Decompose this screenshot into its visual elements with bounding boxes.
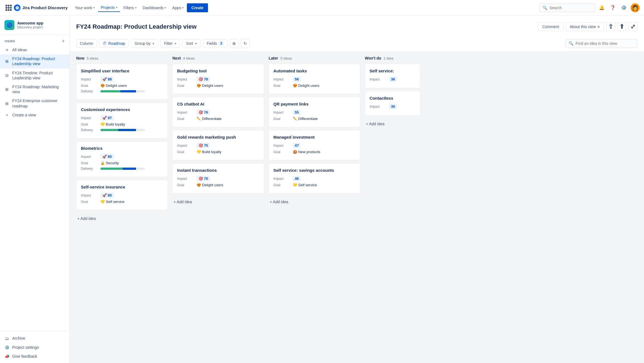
column-button[interactable]: Column — [76, 40, 97, 47]
add-view-button[interactable]: + — [62, 39, 65, 44]
nav-filters[interactable]: Filters ▾ — [121, 4, 139, 12]
table-row[interactable]: Self service: savings accountsImpact46Go… — [269, 163, 360, 193]
avatar[interactable]: 👩 — [631, 3, 640, 12]
impact-label: Impact — [370, 105, 389, 109]
chevron-down-icon: ▾ — [116, 6, 117, 9]
sidebar-item-fy24-enterprise[interactable]: ⊞ FY24 Enterprise customer roadmap — [0, 96, 69, 110]
toolbar: Column ⏱ Roadmap Group by + Filter + Sor… — [70, 36, 644, 51]
share-button[interactable]: ⇧ — [606, 22, 615, 31]
column-count: 5 ideas — [280, 56, 292, 60]
find-icon: 🔍 — [569, 41, 573, 46]
table-row[interactable]: CS chatbot AIImpact🎯 76Goal✏️ Differenti… — [172, 97, 264, 127]
sidebar-item-feedback[interactable]: 📣 Give feedback — [0, 352, 69, 361]
table-row[interactable]: Instant transactionsImpact🎯 70Goal😍 Deli… — [172, 163, 264, 193]
sort-button[interactable]: Sort + — [182, 40, 201, 47]
add-idea-button-3[interactable]: + Add idea — [365, 119, 420, 128]
plus-icon3: + — [174, 41, 177, 46]
search-input[interactable] — [549, 6, 592, 10]
export-button[interactable]: ⬆ — [617, 22, 626, 31]
card-goal-field: Goal💛 Self service — [273, 183, 356, 187]
list-icon: ≡ — [4, 47, 9, 52]
add-idea-button-2[interactable]: + Add idea — [269, 197, 360, 206]
create-button[interactable]: Create — [187, 3, 208, 12]
board-column-0: Now5 ideasSimplified user interfaceImpac… — [76, 56, 168, 359]
chevron-down-icon: ▾ — [135, 6, 137, 9]
add-idea-button-1[interactable]: + Add idea — [172, 197, 264, 206]
card-goal-field: Goal💛 Self service — [81, 200, 163, 204]
views-section: VIEWS + ≡ All ideas ⊞ FY24 Roadmap: Prod… — [0, 35, 69, 122]
impact-value: 55 — [293, 110, 301, 115]
roadmap-button[interactable]: ⏱ Roadmap — [99, 40, 129, 47]
app-switcher-icon[interactable] — [4, 4, 13, 12]
column-label: Next — [172, 56, 181, 60]
goal-label: Goal — [177, 117, 197, 121]
table-row[interactable]: Gold rewards marketing pushImpact🎯 75Goa… — [172, 130, 264, 160]
sidebar-item-create-view[interactable]: + Create a view — [0, 111, 69, 119]
search-box[interactable]: 🔍 — [539, 4, 595, 12]
impact-label: Impact — [273, 144, 293, 148]
sidebar-item-fy24-roadmap-leadership[interactable]: ⊞ FY24 Roadmap: Product Leadership view — [0, 54, 69, 68]
table-row[interactable]: Self service:Impact36 — [365, 64, 420, 88]
help-icon[interactable]: ❓ — [608, 3, 617, 12]
goal-label: Goal — [81, 122, 100, 126]
table-row[interactable]: Automated tasksImpact56Goal😍 Delight use… — [269, 64, 360, 94]
fields-button[interactable]: Fields 3 — [203, 40, 227, 47]
cards-container-3: Self service:Impact36ContactlessImpact30… — [365, 64, 420, 359]
app-logo[interactable]: Jira Product Discovery — [14, 4, 68, 11]
impact-badge: 🎯 78 — [197, 77, 210, 82]
sidebar-bottom: 🗂 Archive ⚙️ Project settings 📣 Give fee… — [0, 331, 69, 363]
fy24-timeline-label: FY24 Timeline: Product Leadership view — [12, 70, 65, 80]
refresh-button[interactable]: ↻ — [241, 39, 250, 48]
impact-value: 🎯 75 — [197, 143, 210, 148]
find-input[interactable] — [576, 41, 634, 46]
board-column-2: Later5 ideasAutomated tasksImpact56Goal😍… — [269, 56, 360, 359]
sidebar-item-project-settings[interactable]: ⚙️ Project settings — [0, 343, 69, 352]
table-row[interactable]: Self-service insuranceImpact🚀 80Goal💛 Se… — [76, 180, 168, 210]
fullscreen-button[interactable]: ⤢ — [628, 22, 637, 31]
nav-apps[interactable]: Apps ▾ — [169, 4, 186, 12]
notifications-icon[interactable]: 🔔 — [597, 3, 606, 12]
table-row[interactable]: QR payment linksImpact55Goal✏️ Different… — [269, 97, 360, 127]
card-title: Simplified user interface — [81, 68, 163, 73]
goal-label: Goal — [81, 84, 100, 88]
project-header[interactable]: 🔵 Awesome app Discovery project — [0, 16, 69, 35]
find-input-wrap[interactable]: 🔍 — [565, 39, 637, 48]
nav-your-work[interactable]: Your work ▾ — [72, 4, 97, 12]
filter-button[interactable]: Filter + — [160, 40, 180, 47]
add-idea-button-0[interactable]: + Add idea — [76, 214, 168, 223]
nav-dashboards[interactable]: Dashboards ▾ — [140, 4, 169, 12]
impact-badge: 30 — [389, 104, 397, 109]
table-row[interactable]: ContactlessImpact30 — [365, 91, 420, 116]
feedback-label: Give feedback — [12, 354, 65, 359]
table-row[interactable]: Budgeting toolImpact🎯 78Goal😍 Delight us… — [172, 64, 264, 94]
goal-value: 💛 Build loyalty — [100, 122, 125, 126]
impact-badge: 🎯 76 — [197, 110, 210, 115]
board-column-3: Won't do1 ideaSelf service:Impact36Conta… — [365, 56, 420, 359]
sidebar-item-fy24-timeline[interactable]: ⊟ FY24 Timeline: Product Leadership view — [0, 68, 69, 82]
table-row[interactable]: BiometricsImpact🚀 80Goal🔒 SecurityDelive… — [76, 141, 168, 177]
grid-icon2: ⊞ — [4, 87, 9, 92]
view-options-button[interactable]: ⊞ — [230, 39, 239, 48]
chevron-down-icon: ▾ — [182, 6, 184, 9]
nav-projects[interactable]: Projects ▾ — [98, 4, 120, 12]
goal-value: 🍪 New products — [293, 150, 320, 154]
impact-value: 🚀 80 — [100, 154, 114, 159]
card-title: Contactless — [370, 96, 416, 100]
card-delivery-field: Delivery — [81, 89, 163, 93]
about-button[interactable]: About this view ≡ — [566, 22, 604, 31]
goal-value: 💛 Build loyalty — [197, 150, 221, 154]
settings-icon[interactable]: ⚙️ — [620, 3, 628, 12]
chevron-down-icon: ▾ — [165, 6, 166, 9]
fields-count-badge: 3 — [219, 41, 224, 46]
table-row[interactable]: Customised experiencesImpact🚀 97Goal💛 Bu… — [76, 102, 168, 138]
table-row[interactable]: Simplified user interfaceImpact🚀 98Goal😍… — [76, 64, 168, 100]
table-row[interactable]: Managed investmentImpact47Goal🍪 New prod… — [269, 130, 360, 160]
topnav-right: 🔍 🔔 ❓ ⚙️ 👩 — [539, 3, 640, 12]
sidebar-item-all-ideas[interactable]: ≡ All ideas — [0, 45, 69, 54]
project-type: Discovery project — [17, 25, 65, 29]
sidebar-item-fy24-marketing[interactable]: ⊞ FY24 Roadmap: Marketing view — [0, 82, 69, 96]
groupby-button[interactable]: Group by + — [131, 40, 158, 47]
comment-button[interactable]: Comment — [538, 22, 563, 31]
sidebar-item-archive[interactable]: 🗂 Archive — [0, 334, 69, 343]
card-delivery-field: Delivery — [81, 167, 163, 171]
